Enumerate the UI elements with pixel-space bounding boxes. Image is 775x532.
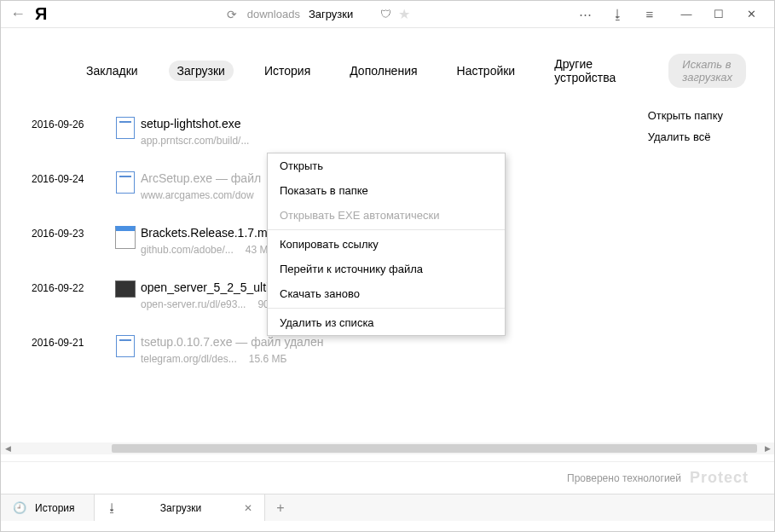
- download-date: 2016-09-24: [32, 171, 110, 185]
- bookmark-star-icon[interactable]: ★: [398, 6, 410, 22]
- tab-history[interactable]: История: [256, 61, 319, 81]
- menu-auto-open-exe: Открывать EXE автоматически: [268, 203, 505, 228]
- menu-separator: [268, 229, 505, 230]
- download-source: telegram.org/dl/des...: [141, 353, 237, 365]
- new-tab-button[interactable]: +: [265, 494, 296, 521]
- bottom-tab-bar: 🕘 История ⭳ Загрузки ✕ +: [1, 494, 774, 521]
- file-icon: [110, 335, 141, 359]
- app-icon: [110, 226, 141, 250]
- tab-bookmarks[interactable]: Закладки: [78, 61, 147, 81]
- scroll-thumb[interactable]: [112, 444, 757, 453]
- download-row[interactable]: 2016-09-26 setup-lightshot.exe app.prnts…: [32, 105, 743, 159]
- download-date: 2016-09-23: [32, 226, 110, 240]
- horizontal-scrollbar[interactable]: ◀ ▶: [1, 442, 774, 454]
- content-area: Закладки Загрузки История Дополнения Нас…: [1, 28, 774, 494]
- scroll-left-arrow[interactable]: ◀: [1, 442, 14, 454]
- nav-tabs: Закладки Загрузки История Дополнения Нас…: [1, 28, 774, 105]
- file-icon: [110, 117, 141, 141]
- tab-devices[interactable]: Другие устройства: [546, 54, 624, 88]
- menu-copy-link[interactable]: Копировать ссылку: [268, 232, 505, 257]
- browser-logo[interactable]: Я: [35, 4, 61, 24]
- context-menu: Открыть Показать в папке Открывать EXE а…: [267, 153, 506, 336]
- download-date: 2016-09-21: [32, 335, 110, 349]
- maximize-button[interactable]: ☐: [706, 2, 732, 27]
- delete-all-link[interactable]: Удалить всё: [648, 130, 723, 143]
- address-label: downloads: [247, 8, 300, 20]
- side-actions: Открыть папку Удалить всё: [648, 109, 723, 152]
- status-text: Проверено технологией: [567, 472, 681, 484]
- download-date: 2016-09-26: [32, 117, 110, 130]
- menu-redownload[interactable]: Скачать заново: [268, 281, 505, 306]
- search-input[interactable]: Искать в загрузках: [668, 54, 746, 88]
- downloads-icon[interactable]: ⭳: [609, 7, 626, 21]
- download-source: app.prntscr.com/build/...: [141, 135, 249, 147]
- bottom-tab-history[interactable]: 🕘 История: [1, 494, 95, 521]
- shield-icon[interactable]: 🛡: [380, 8, 391, 20]
- download-icon: ⭳: [107, 501, 118, 514]
- bottom-tab-label: История: [35, 502, 75, 514]
- menu-icon[interactable]: ≡: [641, 7, 658, 21]
- close-tab-icon[interactable]: ✕: [244, 502, 252, 514]
- menu-separator: [268, 308, 505, 309]
- download-date: 2016-09-22: [32, 280, 110, 294]
- bottom-tab-label: Загрузки: [126, 502, 235, 514]
- tab-downloads[interactable]: Загрузки: [169, 61, 234, 81]
- menu-remove[interactable]: Удалить из списка: [268, 310, 505, 335]
- address-bar[interactable]: ⟳ downloads Загрузки 🛡 ★: [61, 4, 576, 24]
- download-source: www.arcgames.com/dow: [141, 189, 254, 201]
- scroll-right-arrow[interactable]: ▶: [761, 442, 774, 454]
- tab-addons[interactable]: Дополнения: [341, 61, 425, 81]
- bottom-tab-downloads[interactable]: ⭳ Загрузки ✕: [95, 494, 265, 521]
- close-window-button[interactable]: ✕: [738, 2, 764, 27]
- download-source: open-server.ru/dl/e93...: [141, 298, 246, 310]
- download-size: 15.6 МБ: [249, 353, 287, 365]
- footer-status: Проверено технологией Protect: [1, 461, 774, 494]
- address-title: Загрузки: [309, 8, 353, 20]
- tab-settings[interactable]: Настройки: [448, 61, 524, 81]
- protect-brand: Protect: [690, 469, 749, 487]
- more-icon[interactable]: ⋯: [576, 7, 593, 22]
- clock-icon: 🕘: [13, 501, 26, 514]
- file-icon: [110, 171, 141, 195]
- titlebar: ← Я ⟳ downloads Загрузки 🛡 ★ ⋯ ⭳ ≡ — ☐ ✕: [1, 1, 774, 28]
- download-filename: tsetup.0.10.7.exe — файл удален: [141, 335, 743, 349]
- reload-icon[interactable]: ⟳: [227, 8, 237, 21]
- menu-show-in-folder[interactable]: Показать в папке: [268, 178, 505, 203]
- terminal-icon: [110, 280, 141, 304]
- back-button[interactable]: ←: [1, 5, 35, 23]
- menu-go-to-source[interactable]: Перейти к источнику файла: [268, 257, 505, 281]
- open-folder-link[interactable]: Открыть папку: [648, 109, 723, 122]
- menu-open[interactable]: Открыть: [268, 153, 505, 178]
- download-source: github.com/adobe/...: [141, 244, 234, 256]
- minimize-button[interactable]: —: [674, 2, 699, 27]
